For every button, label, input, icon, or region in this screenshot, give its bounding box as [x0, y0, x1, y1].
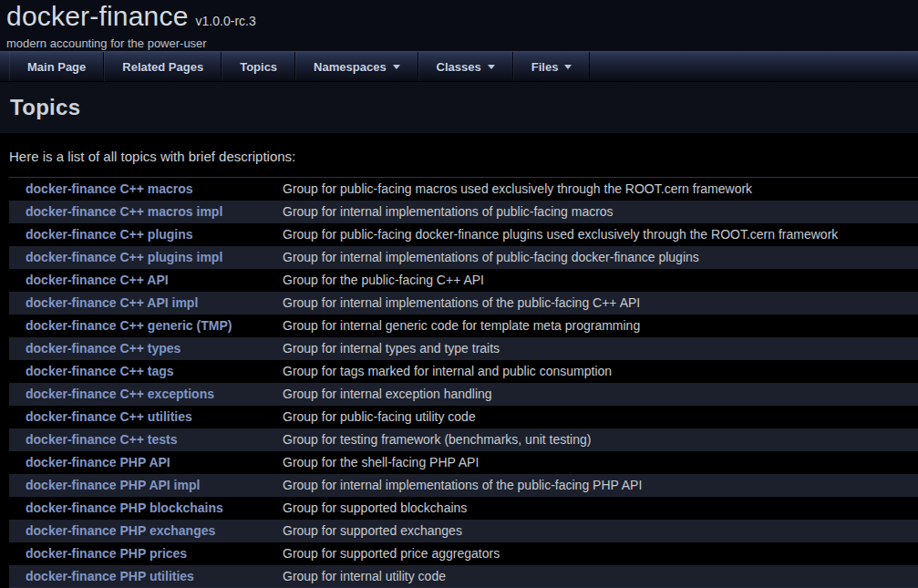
topic-description: Group for public-facing docker-finance p… — [283, 223, 918, 246]
topic-description: Group for the public-facing C++ API — [283, 269, 918, 292]
tab-main-page[interactable]: Main Page — [9, 52, 104, 81]
table-row: docker-finance C++ plugins Group for pub… — [9, 223, 918, 246]
topic-description: Group for internal implementations of pu… — [283, 246, 918, 269]
table-row: docker-finance C++ API impl Group for in… — [9, 292, 918, 315]
table-row: docker-finance PHP utilities Group for i… — [9, 565, 918, 588]
table-row: docker-finance C++ generic (TMP) Group f… — [9, 315, 918, 337]
topic-description: Group for internal utility code — [283, 565, 918, 588]
tab-files[interactable]: Files — [513, 52, 591, 81]
topic-description: Group for internal types and type traits — [283, 337, 918, 360]
tab-label: Namespaces — [314, 60, 387, 74]
chevron-down-icon — [564, 65, 572, 69]
page-title: Topics — [10, 95, 80, 120]
topic-link[interactable]: docker-finance C++ tests — [26, 432, 178, 447]
topic-description: Group for internal exception handling — [283, 383, 918, 406]
tab-classes[interactable]: Classes — [418, 52, 513, 81]
table-row: docker-finance C++ macros impl Group for… — [9, 201, 918, 223]
topic-link[interactable]: docker-finance PHP prices — [26, 546, 187, 561]
tab-namespaces[interactable]: Namespaces — [295, 52, 418, 81]
topic-link[interactable]: docker-finance C++ API — [26, 273, 169, 287]
topic-link[interactable]: docker-finance PHP exchanges — [26, 523, 215, 538]
chevron-down-icon — [488, 65, 495, 69]
topic-description: Group for internal implementations of pu… — [283, 201, 918, 223]
topic-description: Group for public-facing macros used excl… — [283, 178, 918, 201]
project-tagline: modern accounting for the power-user — [6, 36, 918, 50]
table-row: docker-finance C++ utilities Group for p… — [9, 406, 918, 428]
chevron-down-icon — [393, 65, 400, 69]
tab-related-pages[interactable]: Related Pages — [104, 52, 222, 81]
topic-link[interactable]: docker-finance C++ macros impl — [26, 204, 222, 219]
project-version: v1.0.0-rc.3 — [196, 14, 256, 28]
topic-link[interactable]: docker-finance PHP API — [26, 455, 170, 469]
title-area: docker-finance v1.0.0-rc.3 modern accoun… — [0, 0, 918, 51]
topic-link[interactable]: docker-finance C++ plugins — [26, 227, 193, 242]
topic-description: Group for supported blockchains — [283, 497, 918, 520]
table-row: docker-finance PHP blockchains Group for… — [9, 497, 918, 520]
topic-link[interactable]: docker-finance C++ utilities — [26, 409, 192, 424]
tab-label: Related Pages — [122, 60, 203, 74]
tab-list: Main Page Related Pages Topics Namespace… — [9, 52, 590, 81]
topic-link[interactable]: docker-finance C++ generic (TMP) — [26, 318, 232, 333]
tab-topics[interactable]: Topics — [222, 52, 295, 81]
topic-link[interactable]: docker-finance PHP utilities — [26, 569, 194, 583]
table-row: docker-finance C++ plugins impl Group fo… — [9, 246, 918, 269]
table-row: docker-finance PHP prices Group for supp… — [9, 542, 918, 565]
tab-label: Files — [531, 60, 559, 74]
topic-description: Group for the shell-facing PHP API — [283, 451, 918, 474]
tab-label: Main Page — [27, 60, 86, 74]
topic-description: Group for supported exchanges — [283, 520, 918, 542]
table-row: docker-finance C++ types Group for inter… — [9, 337, 918, 360]
topic-description: Group for internal generic code for temp… — [283, 315, 918, 337]
topic-link[interactable]: docker-finance C++ exceptions — [26, 387, 214, 401]
topic-description: Group for internal implementations of th… — [283, 474, 918, 497]
topic-link[interactable]: docker-finance C++ tags — [26, 364, 174, 378]
topic-link[interactable]: docker-finance PHP API impl — [26, 478, 200, 492]
table-row: docker-finance C++ macros Group for publ… — [9, 178, 918, 201]
topic-link[interactable]: docker-finance C++ macros — [26, 181, 193, 196]
topic-link[interactable]: docker-finance PHP blockchains — [26, 500, 223, 515]
topic-description: Group for tags marked for internal and p… — [283, 360, 918, 383]
topic-link[interactable]: docker-finance C++ types — [26, 341, 181, 356]
topic-link[interactable]: docker-finance C++ API impl — [26, 295, 198, 310]
table-row: docker-finance C++ tests Group for testi… — [9, 428, 918, 451]
table-row: docker-finance PHP API impl Group for in… — [9, 474, 918, 497]
table-row: docker-finance PHP API Group for the she… — [9, 451, 918, 474]
table-row: docker-finance C++ tags Group for tags m… — [9, 360, 918, 383]
topic-link[interactable]: docker-finance C++ plugins impl — [26, 250, 222, 264]
table-row: docker-finance C++ API Group for the pub… — [9, 269, 918, 292]
project-name: docker-finance — [6, 1, 189, 32]
tab-label: Topics — [240, 60, 277, 74]
page-header-band: Topics — [0, 82, 918, 133]
topic-description: Group for supported price aggregators — [283, 542, 918, 565]
topics-table: docker-finance C++ macros Group for publ… — [9, 177, 918, 588]
topic-description: Group for testing framework (benchmarks,… — [283, 428, 918, 451]
contents: Here is a list of all topics with brief … — [0, 133, 918, 588]
topic-description: Group for public-facing utility code — [283, 406, 918, 428]
nav-tab-bar: Main Page Related Pages Topics Namespace… — [0, 51, 918, 82]
topic-description: Group for internal implementations of th… — [283, 292, 918, 315]
intro-text: Here is a list of all topics with brief … — [0, 133, 918, 177]
tab-label: Classes — [437, 60, 481, 74]
table-row: docker-finance PHP exchanges Group for s… — [9, 520, 918, 542]
table-row: docker-finance C++ exceptions Group for … — [9, 383, 918, 406]
